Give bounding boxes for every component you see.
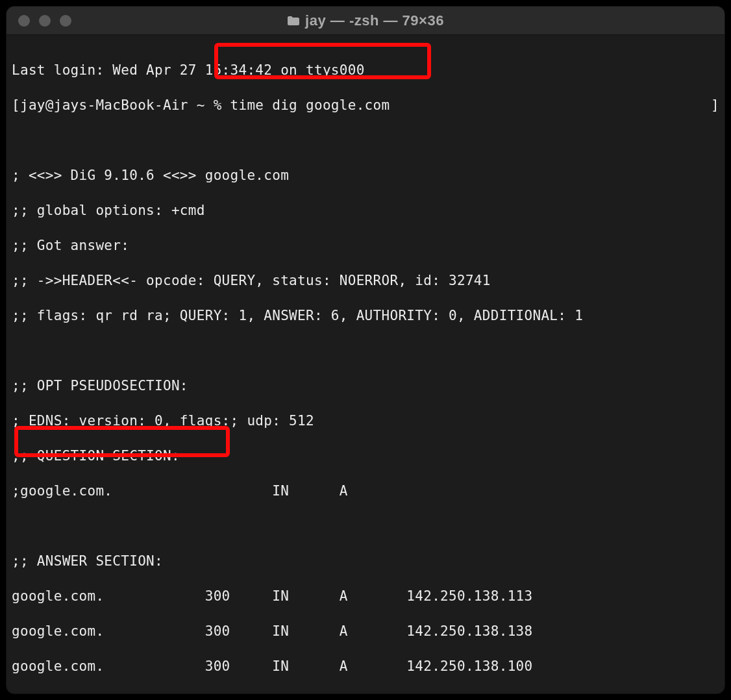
terminal-output-line: ;; ANSWER SECTION: — [12, 553, 719, 570]
prompt-prefix: [jay@jays-MacBook-Air ~ % — [12, 97, 222, 113]
close-icon[interactable] — [18, 15, 30, 27]
answer-row: google.com. 300 IN A 142.250.138.101 — [12, 693, 719, 694]
terminal-output-line: ;; QUESTION SECTION: — [12, 447, 719, 465]
blank-line — [12, 132, 719, 149]
terminal-output-line: ;; flags: qr rd ra; QUERY: 1, ANSWER: 6,… — [12, 307, 719, 325]
terminal-output-line: ;; ->>HEADER<<- opcode: QUERY, status: N… — [12, 272, 719, 290]
terminal-body[interactable]: Last login: Wed Apr 27 15:34:42 on ttys0… — [6, 35, 725, 694]
terminal-output-line: Last login: Wed Apr 27 15:34:42 on ttys0… — [12, 62, 719, 79]
minimize-icon[interactable] — [39, 15, 51, 27]
traffic-lights — [18, 15, 71, 27]
prompt-suffix: ] — [711, 97, 719, 114]
window-title: jay — -zsh — 79×36 — [305, 12, 444, 29]
answer-row: google.com. 300 IN A 142.250.138.113 — [12, 588, 719, 605]
folder-icon — [287, 16, 300, 26]
command-text: time dig google.com — [222, 97, 390, 113]
blank-line — [12, 518, 719, 535]
prompt-line: [jay@jays-MacBook-Air ~ % time dig googl… — [12, 97, 719, 114]
terminal-output-line: ;; OPT PSEUDOSECTION: — [12, 377, 719, 395]
terminal-output-line: ; <<>> DiG 9.10.6 <<>> google.com — [12, 167, 719, 184]
titlebar[interactable]: jay — -zsh — 79×36 — [6, 6, 725, 35]
terminal-output-line: ; EDNS: version: 0, flags:; udp: 512 — [12, 412, 719, 430]
answer-row: google.com. 300 IN A 142.250.138.100 — [12, 658, 719, 675]
zoom-icon[interactable] — [60, 15, 71, 27]
answer-row: google.com. 300 IN A 142.250.138.138 — [12, 623, 719, 640]
terminal-output-line: ;; Got answer: — [12, 237, 719, 255]
terminal-window: jay — -zsh — 79×36 Last login: Wed Apr 2… — [6, 6, 725, 694]
terminal-output-line: ;google.com. IN A — [12, 482, 719, 500]
blank-line — [12, 342, 719, 360]
terminal-output-line: ;; global options: +cmd — [12, 202, 719, 219]
